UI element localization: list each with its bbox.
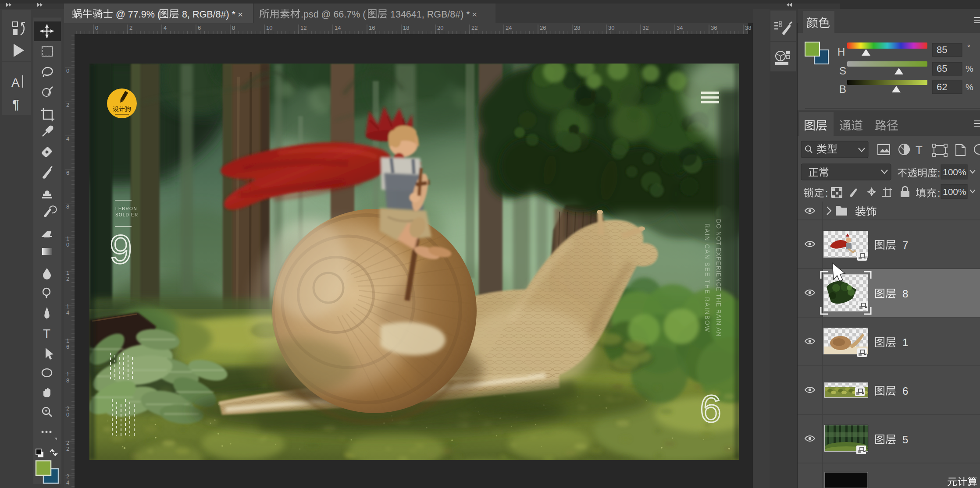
svg-text:RAIN CAN SEE THE RAINBOW: RAIN CAN SEE THE RAINBOW <box>704 223 711 332</box>
svg-text:1: 1 <box>66 269 69 276</box>
svg-text:16: 16 <box>369 25 375 31</box>
svg-text:2: 2 <box>66 102 69 108</box>
svg-text:T: T <box>43 327 50 340</box>
svg-text:LEBRON: LEBRON <box>115 206 137 211</box>
svg-text:8: 8 <box>232 25 235 31</box>
svg-text:1: 1 <box>66 337 69 344</box>
svg-text:6: 6 <box>700 387 721 430</box>
svg-text:×: × <box>472 9 477 19</box>
svg-text:2: 2 <box>66 405 69 412</box>
svg-text:85: 85 <box>937 44 947 55</box>
svg-text:8: 8 <box>66 203 69 210</box>
svg-text:.psd @ 66.7% (: .psd @ 66.7% ( <box>301 9 366 20</box>
svg-text:14: 14 <box>335 25 341 31</box>
svg-text:B: B <box>839 83 846 95</box>
svg-text:°: ° <box>967 44 970 51</box>
svg-text:6: 6 <box>66 343 69 350</box>
svg-text:100%: 100% <box>943 167 966 177</box>
svg-text:36: 36 <box>711 25 717 31</box>
svg-text:34: 34 <box>677 25 683 31</box>
svg-text:100%: 100% <box>943 187 966 197</box>
svg-text:A: A <box>11 76 20 89</box>
svg-text:2: 2 <box>66 446 69 452</box>
svg-text:32: 32 <box>642 25 649 31</box>
svg-text:2: 2 <box>66 473 69 480</box>
svg-text:7: 7 <box>902 239 908 251</box>
svg-text:¶: ¶ <box>12 97 19 111</box>
svg-text::: : <box>937 167 940 179</box>
svg-text:8: 8 <box>902 288 908 300</box>
svg-text:SOLDIER: SOLDIER <box>115 212 138 217</box>
svg-text:4: 4 <box>66 479 69 486</box>
svg-text:18: 18 <box>403 25 409 31</box>
svg-text:1: 1 <box>66 235 69 242</box>
svg-text:0: 0 <box>95 25 98 31</box>
svg-text::: : <box>825 187 828 199</box>
svg-text:T: T <box>916 144 923 157</box>
svg-text:20: 20 <box>437 25 443 31</box>
svg-text:26: 26 <box>540 25 546 31</box>
svg-text:DO NOT EXPERIENCE THE RAIN AN: DO NOT EXPERIENCE THE RAIN AN <box>715 219 722 337</box>
svg-text:134641, RGB/8#) *: 134641, RGB/8#) * <box>390 9 470 20</box>
svg-text:×: × <box>238 9 243 19</box>
svg-text:%: % <box>966 82 973 92</box>
svg-text:12: 12 <box>300 25 306 31</box>
svg-text:6: 6 <box>66 170 69 176</box>
svg-text:24: 24 <box>506 25 512 31</box>
svg-text:22: 22 <box>471 25 478 31</box>
svg-text:6: 6 <box>902 385 908 397</box>
svg-text:65: 65 <box>937 63 947 74</box>
svg-text:0: 0 <box>66 241 69 248</box>
svg-text:38: 38 <box>745 25 751 31</box>
svg-text:2: 2 <box>66 276 69 282</box>
svg-text:2: 2 <box>129 25 132 31</box>
svg-text:0: 0 <box>66 67 69 74</box>
svg-text:8, RGB/8#) *: 8, RGB/8#) * <box>182 9 236 20</box>
svg-text:6: 6 <box>198 25 201 31</box>
svg-text::: : <box>937 187 940 199</box>
svg-text:%: % <box>966 64 973 74</box>
svg-text:H: H <box>837 46 845 58</box>
svg-text:4: 4 <box>164 25 167 31</box>
svg-text:4: 4 <box>66 135 69 142</box>
svg-text:4: 4 <box>66 309 69 316</box>
svg-text:28: 28 <box>574 25 580 31</box>
svg-text:2: 2 <box>66 439 69 446</box>
svg-text:9: 9 <box>110 227 132 272</box>
svg-text:0: 0 <box>66 411 69 418</box>
svg-text:S: S <box>839 65 846 77</box>
svg-text:10: 10 <box>266 25 272 31</box>
svg-text:8: 8 <box>66 377 69 384</box>
svg-text:1: 1 <box>902 336 908 348</box>
svg-text:5: 5 <box>902 434 908 446</box>
svg-text:@ 77.9% (: @ 77.9% ( <box>116 9 161 20</box>
svg-text:1: 1 <box>66 371 69 378</box>
svg-text:1: 1 <box>66 303 69 310</box>
svg-text:30: 30 <box>608 25 614 31</box>
svg-text:62: 62 <box>937 81 947 92</box>
